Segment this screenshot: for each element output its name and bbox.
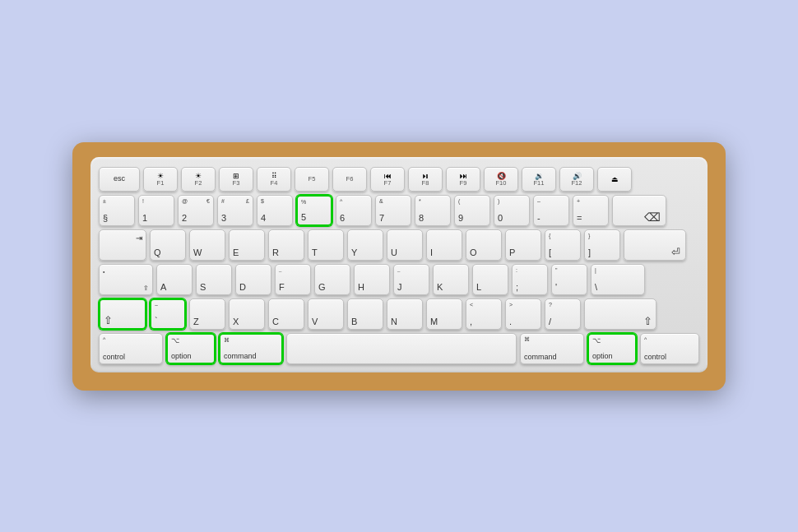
key-6-top: ^ — [340, 198, 342, 205]
key-lbracket-top: { — [549, 233, 550, 239]
key-esc-label: esc — [114, 175, 125, 183]
key-c[interactable]: C — [268, 298, 304, 330]
key-period[interactable]: > . — [505, 298, 541, 330]
key-section[interactable]: ± § — [99, 195, 135, 226]
key-n[interactable]: N — [387, 298, 423, 330]
key-f9[interactable]: ⏭ F9 — [446, 167, 480, 192]
key-control-left[interactable]: ^ control — [99, 333, 163, 364]
key-o[interactable]: O — [466, 229, 502, 261]
key-5[interactable]: % 5 — [296, 195, 332, 226]
key-d[interactable]: D — [235, 264, 271, 295]
key-5-main: 5 — [301, 213, 306, 222]
key-8-top: * — [419, 198, 421, 205]
key-t[interactable]: T — [308, 229, 344, 261]
key-r[interactable]: R — [268, 229, 304, 261]
key-j[interactable]: _ J — [393, 264, 429, 295]
key-h-label: H — [358, 283, 364, 292]
key-quote[interactable]: " ' — [551, 264, 587, 295]
key-shift-left[interactable]: ⇧ — [99, 298, 146, 330]
key-eject[interactable]: ⏏ — [597, 167, 632, 192]
key-option-right[interactable]: ⌥ option — [587, 333, 637, 364]
key-8[interactable]: * 8 — [415, 195, 451, 226]
key-f8-label: F8 — [422, 180, 429, 187]
key-1[interactable]: ! 1 — [138, 195, 174, 226]
key-rbracket[interactable]: } ] — [584, 229, 620, 261]
key-k[interactable]: K — [433, 264, 469, 295]
key-f7-label: F7 — [384, 180, 392, 187]
key-f2[interactable]: ☀ F2 — [181, 167, 216, 192]
key-caps-dot: • — [103, 269, 104, 275]
key-backslash[interactable]: | \ — [591, 264, 645, 295]
key-3[interactable]: # £ 3 — [217, 195, 253, 226]
key-caps[interactable]: • ⇪ — [99, 264, 153, 295]
key-f3-label: F3 — [233, 180, 240, 187]
key-m[interactable]: M — [426, 298, 462, 330]
key-delete[interactable]: ⌫ — [612, 195, 666, 226]
key-option-left[interactable]: ⌥ option — [166, 333, 216, 364]
key-0-top: ) — [498, 198, 499, 205]
key-f10[interactable]: 🔇 F10 — [484, 167, 518, 192]
key-e[interactable]: E — [229, 229, 265, 261]
key-minus[interactable]: – - — [533, 195, 569, 226]
key-f[interactable]: _ F — [275, 264, 311, 295]
key-semicolon[interactable]: : ; — [512, 264, 548, 295]
key-tab[interactable]: ⇥ — [99, 229, 146, 261]
key-w[interactable]: W — [189, 229, 225, 261]
key-command-left[interactable]: ⌘ command — [219, 333, 283, 364]
home-row: • ⇪ A S D _ F G H _ J — [99, 264, 699, 295]
key-lbracket[interactable]: { [ — [545, 229, 581, 261]
key-6-main: 6 — [340, 214, 345, 223]
key-t-label: T — [312, 248, 318, 257]
key-4[interactable]: $ 4 — [257, 195, 293, 226]
key-x[interactable]: X — [229, 298, 265, 330]
key-y[interactable]: Y — [347, 229, 383, 261]
key-6[interactable]: ^ 6 — [336, 195, 372, 226]
key-f6[interactable]: F6 — [332, 167, 367, 192]
key-f5[interactable]: F5 — [295, 167, 329, 192]
key-7[interactable]: & 7 — [375, 195, 411, 226]
key-f11[interactable]: 🔉 F11 — [522, 167, 556, 192]
key-f3[interactable]: ⊞ F3 — [219, 167, 253, 192]
key-control-right[interactable]: ^ control — [640, 333, 699, 364]
key-slash[interactable]: ? / — [545, 298, 581, 330]
key-option-left-top: ⌥ — [171, 337, 179, 345]
key-f4[interactable]: ⠿ F4 — [257, 167, 291, 192]
key-z[interactable]: Z — [189, 298, 225, 330]
key-tilde[interactable]: ~ ` — [150, 298, 186, 330]
key-g[interactable]: G — [314, 264, 350, 295]
key-f12[interactable]: 🔊 F12 — [559, 167, 594, 192]
key-2[interactable]: @ € 2 — [178, 195, 214, 226]
key-v[interactable]: V — [308, 298, 344, 330]
key-s[interactable]: S — [196, 264, 232, 295]
key-a[interactable]: A — [156, 264, 193, 295]
qwerty-row: ⇥ Q W E R T Y U I — [99, 229, 699, 261]
key-u[interactable]: U — [387, 229, 423, 261]
key-l-label: L — [476, 283, 481, 292]
key-i[interactable]: I — [426, 229, 462, 261]
key-9[interactable]: ( 9 — [454, 195, 490, 226]
key-d-label: D — [239, 283, 246, 292]
key-l[interactable]: L — [472, 264, 508, 295]
key-q[interactable]: Q — [150, 229, 186, 261]
key-n-label: N — [391, 317, 397, 326]
key-esc[interactable]: esc — [99, 167, 140, 192]
key-command-right[interactable]: ⌘ command — [520, 333, 584, 364]
key-r-label: R — [272, 248, 279, 257]
key-0[interactable]: ) 0 — [494, 195, 530, 226]
key-f4-label: F4 — [271, 180, 278, 187]
key-f8[interactable]: ⏯ F8 — [408, 167, 443, 192]
key-lbracket-main: [ — [549, 248, 551, 257]
key-return[interactable]: ⏎ — [624, 229, 686, 261]
key-h[interactable]: H — [354, 264, 390, 295]
key-3-top-right: £ — [246, 198, 249, 205]
key-b[interactable]: B — [347, 298, 383, 330]
key-spacebar[interactable] — [286, 333, 517, 364]
key-shift-right[interactable]: ⇧ — [584, 298, 656, 330]
key-comma[interactable]: < , — [466, 298, 502, 330]
key-9-main: 9 — [458, 214, 463, 223]
key-p[interactable]: P — [505, 229, 541, 261]
key-f7[interactable]: ⏮ F7 — [370, 167, 405, 192]
key-equals[interactable]: + = — [573, 195, 609, 226]
key-7-top: & — [379, 198, 383, 205]
key-f1[interactable]: ☀ F1 — [143, 167, 178, 192]
